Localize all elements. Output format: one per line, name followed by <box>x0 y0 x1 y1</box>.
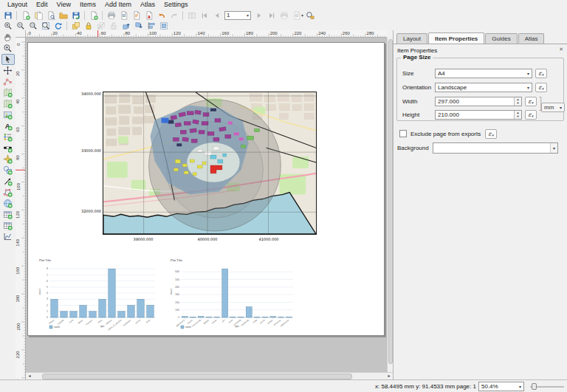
export-svg-button[interactable] <box>130 10 142 21</box>
height-spin-buttons[interactable]: ▲▼ <box>514 111 521 119</box>
add-picture-tool[interactable] <box>1 109 15 120</box>
ungroup-items-button[interactable] <box>94 21 107 31</box>
bar-chart-left[interactable]: Plot Title012345678collegehospitalhotell… <box>37 255 159 331</box>
zoom-in-button[interactable] <box>1 21 14 31</box>
add-3d-map-tool[interactable] <box>1 98 15 109</box>
lock-selected-items-button[interactable] <box>82 21 94 31</box>
zoom-full-button[interactable] <box>39 21 52 31</box>
size-combo[interactable]: A4▾ <box>435 69 532 78</box>
menu-settings[interactable]: Settings <box>159 0 193 10</box>
atlas-settings-button[interactable] <box>303 10 316 21</box>
exclude-override-button[interactable]: ε▾ <box>485 129 497 139</box>
duplicate-layout-button[interactable] <box>32 10 44 21</box>
select-move-item-tool[interactable] <box>1 54 15 65</box>
zoom-slider-handle[interactable] <box>532 383 537 390</box>
export-atlas-button[interactable] <box>290 10 303 21</box>
atlas-page-combo[interactable]: 1▾ <box>224 11 251 20</box>
width-spin-buttons[interactable]: ▲▼ <box>514 97 521 106</box>
size-override-button[interactable]: ε▾ <box>535 69 547 78</box>
height-spinbox[interactable]: 210.000 ▲▼ <box>435 110 522 120</box>
menu-view[interactable]: View <box>52 0 75 10</box>
menu-edit[interactable]: Edit <box>32 0 52 10</box>
save-template-button[interactable] <box>69 10 82 21</box>
zoom-out-button[interactable] <box>14 21 27 31</box>
zoom-layout-tool[interactable] <box>1 43 15 54</box>
add-elevation-profile-tool[interactable] <box>1 231 15 242</box>
scroll-right-arrow[interactable]: ▸ <box>385 373 393 379</box>
add-shape-tool[interactable] <box>1 165 15 176</box>
svg-text:240: 240 <box>318 31 326 35</box>
next-feature-button[interactable] <box>252 10 265 21</box>
horizontal-scrollbar-thumb[interactable] <box>42 374 352 379</box>
load-template-button[interactable] <box>57 10 69 21</box>
scroll-left-arrow[interactable]: ◂ <box>26 373 33 379</box>
pan-layout-tool[interactable] <box>1 32 15 43</box>
lower-selected-items-button[interactable] <box>132 21 145 31</box>
tab-guides[interactable]: Guides <box>485 33 517 44</box>
add-arrow-tool[interactable] <box>1 176 15 187</box>
tab-layout[interactable]: Layout <box>396 33 427 44</box>
svg-text:140: 140 <box>198 31 206 35</box>
orientation-override-button[interactable]: ε▾ <box>535 83 547 92</box>
exclude-page-checkbox[interactable] <box>399 130 407 137</box>
zoom-slider[interactable] <box>530 382 564 391</box>
orientation-combo[interactable]: Landscape▾ <box>435 83 532 92</box>
horizontal-scrollbar[interactable]: ◂ ▸ <box>26 372 393 379</box>
group-items-button[interactable] <box>69 21 82 31</box>
add-label-tool[interactable]: A <box>1 120 15 131</box>
map-grid-x-label: 40000.000 <box>193 237 222 241</box>
svg-text:count: count <box>54 326 60 329</box>
add-map-tool[interactable] <box>1 87 15 98</box>
units-combo[interactable]: mm▾ <box>541 103 565 112</box>
tab-item-properties[interactable]: Item Properties <box>428 32 484 44</box>
width-override-button[interactable]: ε▾ <box>525 97 537 106</box>
first-feature-button[interactable] <box>198 10 210 21</box>
layout-page[interactable]: Plot Title012345678collegehospitalhotell… <box>27 42 385 336</box>
add-fixed-table-tool[interactable] <box>1 220 15 231</box>
menu-add-item[interactable]: Add Item <box>100 0 136 10</box>
width-spinbox[interactable]: 297.000 ▲▼ <box>435 97 522 106</box>
add-attribute-table-tool[interactable] <box>1 209 15 220</box>
menu-items[interactable]: Items <box>75 0 100 10</box>
height-override-button[interactable]: ε▾ <box>525 110 537 120</box>
menu-atlas[interactable]: Atlas <box>136 0 159 10</box>
edit-nodes-item-tool[interactable] <box>1 76 15 87</box>
layout-canvas[interactable]: Plot Title012345678collegehospitalhotell… <box>26 38 387 372</box>
layout-manager-button[interactable] <box>44 10 57 21</box>
last-feature-button[interactable] <box>265 10 278 21</box>
add-html-tool[interactable] <box>1 198 15 209</box>
menu-layout[interactable]: Layout <box>3 0 32 10</box>
print-button[interactable] <box>105 10 117 21</box>
export-image-button[interactable] <box>117 10 130 21</box>
add-scalebar-tool[interactable] <box>1 142 15 154</box>
zoom-level-combo[interactable]: 50.4%▾ <box>478 382 524 391</box>
print-atlas-button[interactable] <box>278 10 290 21</box>
raise-selected-items-button[interactable] <box>120 21 132 31</box>
resize-selected-items-button[interactable] <box>157 21 170 31</box>
map-grid-x-label: 39000.000 <box>128 237 158 241</box>
export-pdf-button[interactable] <box>142 10 155 21</box>
add-pages-button[interactable] <box>87 10 100 21</box>
align-selected-items-button[interactable] <box>145 21 157 31</box>
new-layout-button[interactable] <box>19 10 32 21</box>
previous-feature-button[interactable] <box>210 10 223 21</box>
preview-atlas-button[interactable] <box>185 10 198 21</box>
redo-button[interactable] <box>168 10 180 21</box>
tab-atlas[interactable]: Atlas <box>518 33 545 44</box>
add-node-item-tool[interactable] <box>1 187 15 198</box>
bar-chart-right[interactable]: Plot Title0100200300400500600apartmentsc… <box>168 255 298 331</box>
map-grid-y-label: 33000.000 <box>57 148 101 153</box>
undo-button[interactable] <box>155 10 168 21</box>
background-color-combo[interactable]: ▾ <box>433 142 558 154</box>
add-legend-tool[interactable] <box>1 131 15 142</box>
add-north-arrow-tool[interactable] <box>1 154 15 165</box>
save-project-button[interactable] <box>1 10 14 21</box>
panel-close-icon[interactable]: ✕ <box>559 47 563 52</box>
zoom-actual-button[interactable]: 1:1 <box>27 21 39 31</box>
svg-text:count: count <box>38 289 41 295</box>
refresh-view-button[interactable] <box>52 21 64 31</box>
vertical-scrollbar[interactable] <box>387 38 393 372</box>
map-item[interactable] <box>103 92 317 235</box>
move-item-content-tool[interactable] <box>1 65 15 76</box>
unlock-all-items-button[interactable] <box>107 21 120 31</box>
